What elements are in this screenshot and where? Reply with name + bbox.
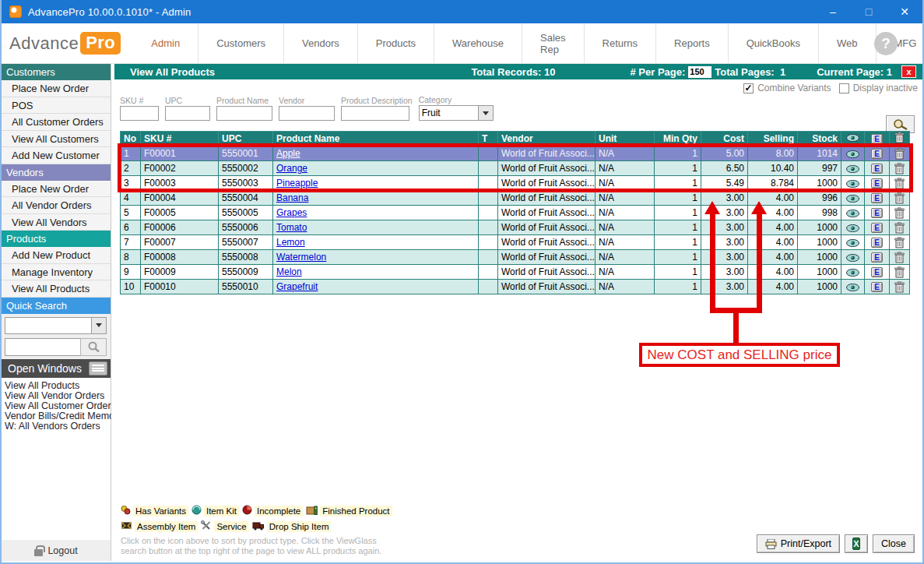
nav-tab-sales-rep[interactable]: Sales Rep — [522, 23, 584, 63]
edit-product-button[interactable]: E — [871, 267, 883, 277]
sidebar-item-view-all-vendors[interactable]: View All Vendors — [2, 214, 111, 231]
finished-product-icon[interactable] — [306, 505, 318, 516]
incomplete-icon[interactable] — [242, 505, 252, 516]
edit-product-button[interactable]: E — [871, 149, 883, 159]
filter-input-product-name[interactable] — [216, 106, 272, 121]
sidebar-item-all-vendor-orders[interactable]: All Vendor Orders — [2, 197, 111, 214]
view-product-button[interactable] — [846, 224, 859, 232]
filter-input-product-description[interactable] — [341, 106, 409, 121]
column-header-product-name[interactable]: Product Name — [273, 132, 479, 146]
column-header-upc[interactable]: UPC — [219, 132, 273, 146]
view-product-button[interactable] — [846, 284, 859, 291]
view-column-header[interactable] — [841, 132, 865, 146]
edit-product-button[interactable]: E — [871, 164, 883, 174]
delete-product-button[interactable] — [894, 237, 905, 249]
column-header-cost[interactable]: Cost — [701, 132, 748, 146]
combine-variants-checkbox[interactable]: ✓ Combine Variants — [743, 83, 831, 93]
product-link-apple[interactable]: Apple — [276, 148, 300, 159]
view-product-button[interactable] — [846, 269, 859, 277]
column-header-no[interactable]: No — [121, 132, 141, 146]
nav-tab-quickbooks[interactable]: QuickBooks — [728, 23, 818, 63]
sidebar-item-place-new-order[interactable]: Place New Order — [2, 181, 111, 198]
view-product-button[interactable] — [846, 180, 859, 188]
sidebar-item-pos[interactable]: POS — [2, 97, 111, 115]
assembly-item-icon[interactable] — [121, 520, 132, 532]
delete-product-button[interactable] — [894, 266, 905, 278]
view-product-button[interactable] — [846, 150, 859, 158]
view-product-button[interactable] — [846, 254, 859, 262]
maximize-button[interactable]: □ — [851, 0, 887, 23]
sidebar-item-view-all-products[interactable]: View All Products — [2, 280, 111, 298]
delete-product-button[interactable] — [894, 178, 905, 189]
product-link-grapes[interactable]: Grapes — [276, 207, 307, 218]
edit-product-button[interactable]: E — [871, 193, 883, 203]
sidebar-item-add-new-product[interactable]: Add New Product — [2, 247, 111, 264]
sidebar-header-quick-search[interactable]: Quick Search — [2, 298, 111, 314]
view-product-button[interactable] — [846, 195, 859, 203]
product-link-tomato[interactable]: Tomato — [276, 222, 307, 233]
category-select[interactable]: Fruit — [419, 105, 494, 121]
quick-search-input[interactable] — [5, 338, 80, 356]
nav-tab-reports[interactable]: Reports — [655, 23, 728, 63]
edit-product-button[interactable]: E — [871, 252, 883, 263]
delete-product-button[interactable] — [894, 192, 905, 204]
nav-tab-customers[interactable]: Customers — [198, 23, 283, 63]
column-header-t[interactable]: T — [479, 132, 498, 146]
close-view-button[interactable]: x — [901, 65, 916, 78]
delete-product-button[interactable] — [894, 252, 905, 263]
view-product-button[interactable] — [846, 210, 859, 217]
close-window-button[interactable]: ✕ — [887, 0, 922, 23]
delete-product-button[interactable] — [894, 207, 905, 219]
nav-tab-web[interactable]: Web — [818, 23, 876, 63]
help-icon[interactable]: ? — [874, 32, 898, 55]
sidebar-item-view-all-customers[interactable]: View All Customers — [2, 131, 111, 148]
nav-tab-products[interactable]: Products — [357, 23, 434, 63]
nav-tab-vendors[interactable]: Vendors — [283, 23, 357, 63]
edit-product-button[interactable]: E — [871, 223, 883, 233]
has-variants-icon[interactable] — [121, 505, 131, 516]
service-icon[interactable] — [201, 520, 212, 532]
edit-product-button[interactable]: E — [871, 208, 883, 218]
sidebar-item-all-customer-orders[interactable]: All Customer Orders — [2, 114, 111, 131]
product-link-pineapple[interactable]: Pineapple — [276, 178, 318, 189]
product-link-orange[interactable]: Orange — [276, 163, 307, 174]
filter-input-sku[interactable] — [120, 106, 159, 121]
checkbox-unchecked-icon[interactable] — [839, 83, 849, 93]
export-excel-button[interactable]: X — [845, 534, 868, 553]
product-link-banana[interactable]: Banana — [276, 192, 308, 203]
edit-product-button[interactable]: E — [871, 178, 883, 189]
print-export-button[interactable]: Print/Export — [757, 534, 840, 553]
edit-product-button[interactable]: E — [871, 282, 883, 292]
nav-tab-warehouse[interactable]: Warehouse — [434, 23, 522, 63]
filter-input-upc[interactable] — [165, 106, 210, 121]
sidebar-item-place-new-order[interactable]: Place New Order — [2, 80, 111, 97]
open-window-view-all-products[interactable]: View All Products — [5, 381, 109, 391]
edit-column-header[interactable]: E — [865, 132, 890, 146]
close-button[interactable]: Close — [873, 534, 915, 553]
drop-ship-item-icon[interactable] — [252, 521, 265, 532]
nav-tab-admin[interactable]: Admin — [133, 23, 198, 63]
delete-product-button[interactable] — [894, 281, 905, 293]
open-window-view-all-vendor-orders[interactable]: View All Vendor Orders — [5, 391, 109, 401]
chevron-down-icon[interactable] — [478, 106, 493, 120]
product-link-watermelon[interactable]: Watermelon — [276, 252, 326, 263]
product-link-lemon[interactable]: Lemon — [276, 237, 305, 248]
view-product-button[interactable] — [846, 165, 859, 173]
item-kit-icon[interactable] — [191, 505, 202, 516]
search-button[interactable] — [80, 338, 107, 356]
logout-button[interactable]: Logout — [2, 541, 111, 561]
chevron-down-icon[interactable] — [91, 318, 106, 333]
column-header-stock[interactable]: Stock — [798, 132, 841, 146]
product-link-melon[interactable]: Melon — [276, 266, 302, 277]
display-inactive-checkbox[interactable]: Display inactive — [839, 83, 918, 93]
column-header-selling[interactable]: Selling — [748, 132, 798, 146]
nav-tab-returns[interactable]: Returns — [584, 23, 656, 63]
column-header-vendor[interactable]: Vendor — [498, 132, 596, 146]
view-product-button[interactable] — [846, 239, 859, 247]
delete-product-button[interactable] — [894, 148, 905, 160]
window-list-icon[interactable] — [89, 361, 107, 375]
column-header-unit[interactable]: Unit — [596, 132, 655, 146]
edit-product-button[interactable]: E — [871, 238, 883, 248]
sidebar-header-products[interactable]: Products — [2, 231, 111, 247]
filter-input-vendor[interactable] — [279, 106, 335, 121]
